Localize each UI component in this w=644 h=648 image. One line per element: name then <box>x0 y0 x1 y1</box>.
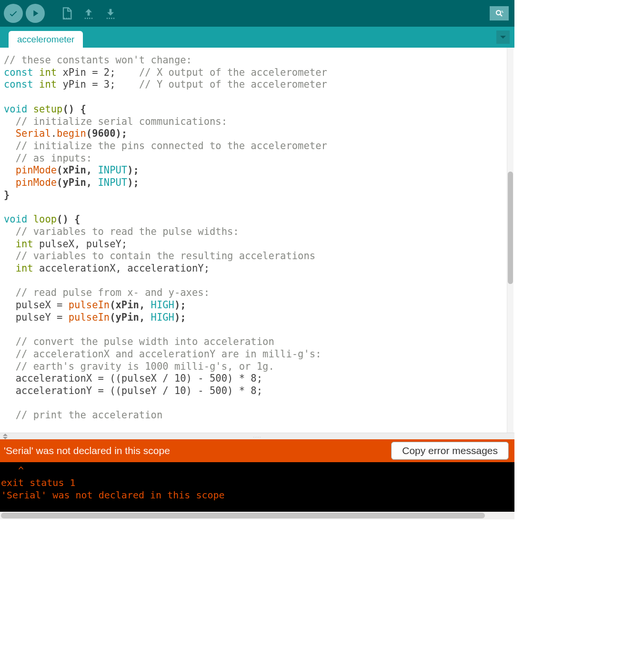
code-line: // variables to contain the resulting ac… <box>4 250 506 263</box>
open-sketch-button[interactable] <box>79 4 98 23</box>
verify-button[interactable] <box>4 4 23 23</box>
code-line: int accelerationX, accelerationY; <box>4 263 506 275</box>
code-line: // these constants won't change: <box>4 54 506 67</box>
code-line <box>4 324 506 336</box>
code-line: Serial.begin(9600); <box>4 128 506 140</box>
code-line: // as inputs: <box>4 152 506 165</box>
editor-scrollbar-thumb[interactable] <box>508 172 513 284</box>
copy-error-button[interactable]: Copy error messages <box>391 442 509 460</box>
code-line: pulseX = pulseIn(xPin, HIGH); <box>4 299 506 312</box>
pane-resize-handle[interactable]: ∙∙∙∙∙ <box>0 433 514 439</box>
code-line: pulseY = pulseIn(yPin, HIGH); <box>4 312 506 324</box>
tab-menu-button[interactable] <box>496 30 510 44</box>
horizontal-scrollbar-thumb[interactable] <box>1 513 485 518</box>
new-sketch-button[interactable] <box>57 4 76 23</box>
file-icon <box>60 7 73 20</box>
horizontal-scrollbar[interactable] <box>0 512 514 519</box>
chevron-down-icon <box>500 35 506 40</box>
code-line: pinMode(yPin, INPUT); <box>4 177 506 189</box>
code-line: const int yPin = 3; // Y output of the a… <box>4 79 506 91</box>
output-console[interactable]: ^ exit status 1 'Serial' was not declare… <box>0 462 514 512</box>
code-line: void setup() { <box>4 103 506 116</box>
code-line: pinMode(xPin, INPUT); <box>4 164 506 177</box>
svg-point-2 <box>502 12 503 13</box>
code-line <box>4 201 506 213</box>
arrow-up-icon <box>82 7 95 20</box>
error-summary: 'Serial' was not declared in this scope <box>4 445 391 456</box>
svg-point-0 <box>496 10 501 15</box>
code-line: accelerationX = ((pulseX / 10) - 500) * … <box>4 373 506 385</box>
svg-point-1 <box>502 10 503 11</box>
sketch-tab[interactable]: accelerometer <box>9 31 83 48</box>
code-line: const int xPin = 2; // X output of the a… <box>4 67 506 79</box>
code-line <box>4 91 506 103</box>
code-line: // accelerationX and accelerationY are i… <box>4 348 506 361</box>
toolbar <box>0 0 514 27</box>
code-line: // read pulse from x- and y-axes: <box>4 287 506 299</box>
code-line: int pulseX, pulseY; <box>4 238 506 251</box>
magnifier-icon <box>493 9 505 18</box>
code-line: accelerationY = ((pulseY / 10) - 500) * … <box>4 385 506 397</box>
tab-bar: accelerometer <box>0 27 514 48</box>
code-editor[interactable]: // these constants won't change:const in… <box>4 48 506 433</box>
arduino-ide-window: accelerometer // these constants won't c… <box>0 0 514 519</box>
code-line <box>4 397 506 410</box>
code-line: // initialize the pins connected to the … <box>4 140 506 152</box>
check-icon <box>8 8 19 19</box>
code-line: // variables to read the pulse widths: <box>4 226 506 238</box>
editor-area: // these constants won't change:const in… <box>0 48 514 433</box>
code-line: } <box>4 189 506 202</box>
code-line: // initialize serial communications: <box>4 116 506 128</box>
editor-scrollbar[interactable] <box>507 48 513 433</box>
arrow-down-icon <box>104 7 117 20</box>
code-line: // convert the pulse width into accelera… <box>4 336 506 348</box>
upload-button[interactable] <box>26 4 45 23</box>
code-line: // earth's gravity is 1000 milli-g's, or… <box>4 361 506 373</box>
save-sketch-button[interactable] <box>101 4 120 23</box>
code-line: void loop() { <box>4 213 506 226</box>
code-line <box>4 275 506 287</box>
arrow-right-icon <box>30 8 40 19</box>
error-bar: 'Serial' was not declared in this scope … <box>0 439 514 462</box>
serial-monitor-button[interactable] <box>490 6 509 20</box>
code-line: // print the acceleration <box>4 409 506 422</box>
